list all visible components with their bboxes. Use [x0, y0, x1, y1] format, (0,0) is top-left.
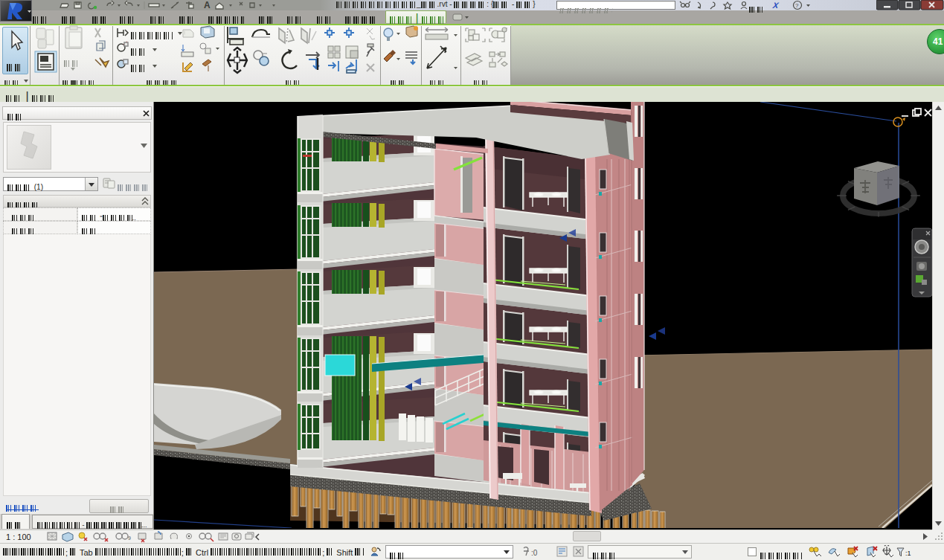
svg-text::0: :0	[531, 549, 538, 557]
svg-text:A: A	[204, 0, 211, 10]
svg-text:X: X	[771, 1, 780, 10]
svg-text:?: ?	[795, 2, 799, 9]
svg-text:9: 9	[128, 535, 131, 541]
svg-text::1: :1	[905, 550, 911, 557]
